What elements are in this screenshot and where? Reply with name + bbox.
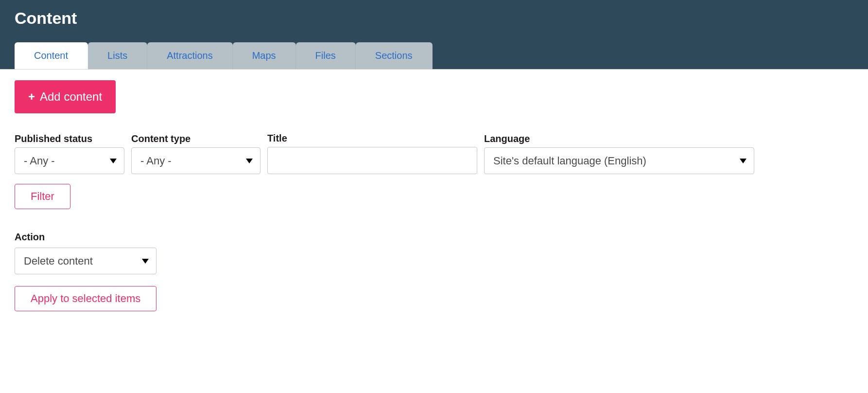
plus-icon: +: [28, 91, 35, 103]
bulk-action-select[interactable]: Delete content: [15, 248, 156, 274]
apply-button[interactable]: Apply to selected items: [15, 286, 156, 311]
tab-lists[interactable]: Lists: [88, 42, 147, 69]
add-content-label: Add content: [40, 90, 102, 104]
tab-maps[interactable]: Maps: [233, 42, 296, 69]
filter-type-select[interactable]: - Any -: [131, 147, 260, 174]
content-area: + Add content Published status - Any - C…: [0, 69, 868, 322]
add-content-button[interactable]: + Add content: [15, 80, 116, 113]
filter-type-group: Content type - Any -: [131, 133, 260, 174]
filter-status-select[interactable]: - Any -: [15, 147, 124, 174]
bulk-action-label: Action: [15, 232, 853, 243]
filter-title-group: Title: [267, 133, 477, 174]
filter-button[interactable]: Filter: [15, 184, 70, 209]
filter-language-select[interactable]: Site's default language (English): [484, 147, 754, 174]
tab-content[interactable]: Content: [15, 42, 88, 69]
page-title: Content: [15, 9, 853, 28]
filter-language-label: Language: [484, 133, 754, 144]
filter-title-input[interactable]: [267, 147, 477, 174]
tabs: Content Lists Attractions Maps Files Sec…: [15, 42, 853, 69]
filter-title-label: Title: [267, 133, 477, 144]
filter-status-group: Published status - Any -: [15, 133, 124, 174]
tab-attractions[interactable]: Attractions: [147, 42, 232, 69]
filter-type-label: Content type: [131, 133, 260, 144]
filter-language-group: Language Site's default language (Englis…: [484, 133, 754, 174]
bulk-action-section: Action Delete content Apply to selected …: [15, 232, 853, 311]
filters: Published status - Any - Content type - …: [15, 133, 853, 174]
tab-files[interactable]: Files: [296, 42, 356, 69]
tab-sections[interactable]: Sections: [356, 42, 433, 69]
filter-status-label: Published status: [15, 133, 124, 144]
